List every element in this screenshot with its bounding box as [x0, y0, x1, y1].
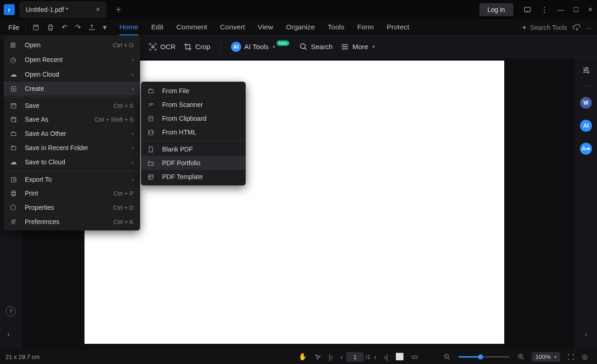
- fit-width-icon[interactable]: ⬜: [395, 353, 404, 361]
- svg-rect-12: [11, 103, 16, 108]
- minimize-icon[interactable]: —: [558, 6, 564, 13]
- search-tools-label: Search Tools: [530, 24, 567, 31]
- close-icon[interactable]: ×: [96, 6, 100, 14]
- ai-tools-label: AI Tools: [244, 43, 269, 50]
- page-number-input[interactable]: [346, 352, 364, 362]
- new-badge: New: [276, 40, 289, 46]
- document-tab[interactable]: Untitled-1.pdf * ×: [19, 1, 107, 18]
- tab-form[interactable]: Form: [357, 20, 374, 35]
- adjust-icon[interactable]: [582, 66, 590, 74]
- zoom-in-icon[interactable]: [518, 353, 524, 360]
- first-page-icon[interactable]: |‹: [329, 353, 333, 361]
- chat-icon[interactable]: [524, 6, 531, 14]
- menu-preferences[interactable]: Preferences Ctrl + K: [4, 215, 140, 229]
- tab-home[interactable]: Home: [119, 20, 138, 35]
- word-export-icon[interactable]: W: [580, 97, 592, 109]
- select-tool-icon[interactable]: [315, 353, 321, 360]
- submenu-from-scanner[interactable]: From Scanner: [141, 98, 246, 112]
- translate-icon[interactable]: A➔: [580, 143, 592, 155]
- menu-save[interactable]: Save Ctrl + S: [4, 99, 140, 112]
- menu-save-as-other[interactable]: 🗀 Save As Other ›: [4, 126, 140, 140]
- tab-convert[interactable]: Convert: [220, 20, 245, 35]
- submenu-from-file[interactable]: 🗀 From File: [141, 84, 246, 98]
- svg-rect-1: [33, 25, 38, 30]
- kebab-menu-icon[interactable]: ⋮: [541, 5, 548, 15]
- clipboard-icon: [147, 115, 158, 122]
- scanner-icon: [147, 101, 158, 108]
- folder-open-icon: [147, 160, 158, 167]
- menu-create[interactable]: Create ›: [4, 82, 140, 95]
- last-page-icon[interactable]: ›|: [384, 353, 388, 361]
- menu-properties[interactable]: ⬡ Properties Ctrl + D: [4, 200, 140, 215]
- zoom-thumb[interactable]: [478, 354, 483, 359]
- chevron-right-icon: ›: [132, 71, 134, 78]
- fullscreen-icon[interactable]: ⛶: [568, 353, 574, 361]
- right-sidebar: W AI A➔ ›: [575, 58, 597, 349]
- main-tabs: Home Edit Comment Convert View Organize …: [119, 20, 409, 35]
- menu-export-to[interactable]: Export To ›: [4, 173, 140, 186]
- tab-view[interactable]: View: [258, 20, 273, 35]
- collapse-left-icon[interactable]: ‹: [7, 330, 10, 338]
- ai-sidebar-icon[interactable]: AI: [580, 120, 592, 132]
- file-menu-button[interactable]: File: [5, 23, 23, 31]
- dropdown-icon[interactable]: ▾: [103, 23, 107, 32]
- submenu-pdf-portfolio[interactable]: PDF Portfolio: [141, 156, 246, 170]
- search-tools[interactable]: ✦ Search Tools: [522, 24, 567, 31]
- save-as-icon: [10, 116, 20, 123]
- submenu-from-html[interactable]: From HTML: [141, 125, 246, 139]
- page-icon: [147, 146, 158, 153]
- undo-icon[interactable]: ↶: [62, 23, 68, 32]
- zoom-out-icon[interactable]: [444, 353, 451, 360]
- expand-right-icon[interactable]: ›: [585, 330, 587, 338]
- submenu-blank-pdf[interactable]: Blank PDF: [141, 142, 246, 156]
- target-icon[interactable]: ◎: [582, 353, 588, 361]
- share-icon[interactable]: [88, 24, 96, 31]
- svg-rect-4: [49, 25, 52, 26]
- zoom-select[interactable]: 100% ▾: [532, 352, 560, 362]
- tab-organize[interactable]: Organize: [286, 20, 315, 35]
- chevron-up-icon[interactable]: ︿: [586, 23, 592, 32]
- save-icon[interactable]: [32, 24, 39, 31]
- chevron-right-icon: ›: [132, 144, 134, 151]
- tab-tools[interactable]: Tools: [328, 20, 344, 35]
- submenu-pdf-template[interactable]: PDF Template: [141, 170, 246, 184]
- menu-save-as[interactable]: Save As Ctrl + Shift + S: [4, 112, 140, 126]
- prev-page-icon[interactable]: ‹: [340, 353, 343, 361]
- more-button[interactable]: More▾: [341, 43, 374, 51]
- menu-open-cloud[interactable]: ☁ Open Cloud ›: [4, 67, 140, 82]
- menu-open-recent[interactable]: ◷ Open Recent ›: [4, 52, 140, 67]
- svg-point-21: [12, 221, 13, 223]
- ai-tools-button[interactable]: AI AI Tools▾ New: [231, 42, 291, 52]
- svg-rect-13: [12, 103, 15, 105]
- menu-save-recent-folder[interactable]: 🗀 Save in Recent Folder ›: [4, 140, 140, 155]
- menu-save-cloud[interactable]: ☁ Save to Cloud ›: [4, 155, 140, 169]
- next-page-icon[interactable]: ›: [374, 353, 377, 361]
- print-icon[interactable]: [47, 24, 54, 31]
- ocr-button[interactable]: OCR: [149, 43, 175, 51]
- close-window-icon[interactable]: ×: [588, 6, 592, 14]
- svg-rect-3: [48, 26, 52, 28]
- tab-protect[interactable]: Protect: [387, 20, 409, 35]
- search-button[interactable]: Search: [299, 43, 333, 51]
- zoom-slider[interactable]: [459, 356, 509, 358]
- fit-page-icon[interactable]: ▭: [411, 353, 418, 361]
- tab-comment[interactable]: Comment: [176, 20, 207, 35]
- ai-icon: AI: [231, 42, 241, 52]
- new-tab-button[interactable]: +: [116, 5, 121, 15]
- submenu-from-clipboard[interactable]: From Clipboard: [141, 112, 246, 125]
- cloud-sync-icon[interactable]: [573, 23, 581, 32]
- menu-open[interactable]: ⊞ Open Ctrl + O: [4, 38, 140, 52]
- redo-icon[interactable]: ↷: [75, 23, 81, 32]
- template-icon: [147, 174, 158, 180]
- help-icon[interactable]: ?: [6, 306, 16, 316]
- crop-button[interactable]: Crop: [184, 43, 210, 51]
- login-button[interactable]: Log in: [479, 3, 513, 16]
- plus-square-icon: ⊞: [10, 41, 20, 49]
- svg-rect-17: [11, 192, 16, 195]
- cloud-upload-icon: ☁: [10, 158, 20, 166]
- chevron-right-icon: ›: [132, 85, 134, 92]
- maximize-icon[interactable]: ☐: [573, 6, 579, 13]
- hand-tool-icon[interactable]: ✋: [298, 353, 307, 361]
- tab-edit[interactable]: Edit: [151, 20, 163, 35]
- menu-print[interactable]: Print Ctrl + P: [4, 186, 140, 200]
